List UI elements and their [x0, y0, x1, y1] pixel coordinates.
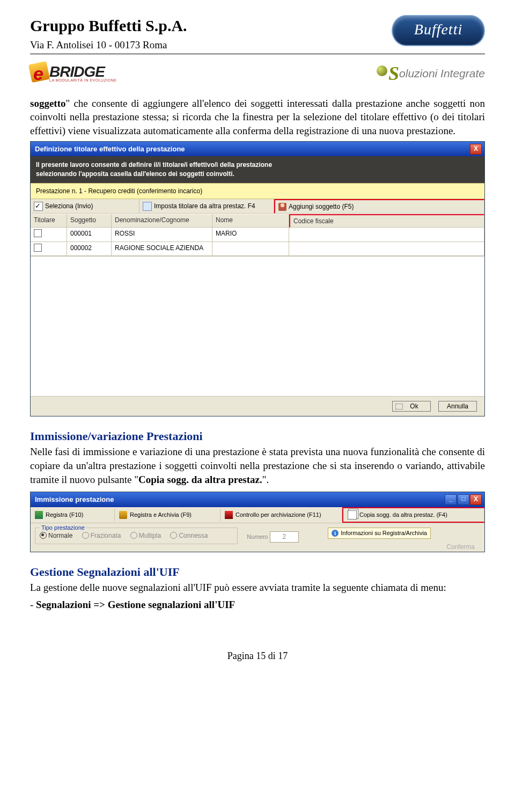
controllo-archiviazione-button[interactable]: Controllo per archiviazione (F11) — [220, 509, 342, 521]
table-row[interactable]: 000001 ROSSI MARIO — [31, 228, 484, 242]
window-titlebar: Immissione prestazione _ □ X — [31, 492, 484, 507]
copy-icon — [348, 510, 357, 520]
page-footer: Pagina 15 di 17 — [30, 649, 485, 662]
info-tooltip[interactable]: i Informazioni su Registra/Archivia — [328, 528, 431, 539]
logo-ebridge: e BRIDGE LA MODULARITÀ IN EVOLUZIONE — [30, 62, 127, 85]
page-header: Buffetti Gruppo Buffetti S.p.A. Via F. A… — [30, 15, 485, 55]
conferma-label: Conferma — [446, 543, 475, 551]
radio-normale[interactable]: Normale — [40, 531, 72, 540]
radio-multipla[interactable]: Multipla — [130, 531, 161, 540]
body-paragraph-3: La gestione delle nuove segnalazioni all… — [30, 581, 485, 595]
menu-path: - Segnalazioni => Gestione segnalazioni … — [30, 598, 485, 612]
radio-frazionata[interactable]: Frazionata — [82, 531, 121, 540]
section-heading-immissione: Immissione/variazione Prestazioni — [30, 428, 485, 444]
table-header: Titolare Soggetto Denominazione/Cognome … — [31, 214, 484, 228]
seleziona-button[interactable]: Seleziona (Invio) — [31, 199, 139, 214]
minimize-icon[interactable]: _ — [445, 494, 457, 505]
prestazione-banner: Prestazione n. 1 - Recupero crediti (con… — [31, 183, 484, 199]
info-icon: i — [332, 530, 339, 537]
window-immissione-prestazione: Immissione prestazione _ □ X Registra (F… — [30, 492, 485, 552]
dialog-toolbar: Seleziona (Invio) Imposta titolare da al… — [31, 199, 484, 214]
dialog-intro: Il presente lavoro consente di definire … — [31, 156, 484, 183]
checkbox[interactable] — [34, 229, 42, 237]
dialog-titolare-effettivo: Definizione titolare effettivo della pre… — [30, 141, 485, 416]
lock-icon — [119, 511, 127, 519]
body-paragraph-2: Nelle fasi di immissione e variazione di… — [30, 445, 485, 486]
numero-field: 2 — [270, 531, 299, 542]
save-icon — [35, 511, 43, 519]
close-icon[interactable]: X — [470, 144, 482, 155]
aggiungi-soggetto-button[interactable]: Aggiungi soggetto (F5) — [274, 199, 484, 214]
ok-button[interactable]: Ok — [392, 401, 431, 412]
close-icon[interactable]: X — [470, 494, 482, 505]
registra-archivia-button[interactable]: Registra e Archivia (F9) — [115, 509, 220, 521]
radio-connessa[interactable]: Connessa — [170, 531, 208, 540]
body-paragraph-1: soggetto" che consente di aggiungere all… — [30, 97, 485, 138]
logo-soluzioni-integrate: Soluzioni Integrate — [377, 61, 485, 87]
dialog-button-bar: Ok Annulla — [31, 396, 484, 416]
person-icon — [278, 203, 286, 211]
numero-label: Numero — [247, 533, 268, 540]
checkbox[interactable] — [34, 244, 42, 252]
table-empty-area — [31, 256, 484, 396]
logo-buffetti: Buffetti — [392, 15, 485, 46]
flag-icon — [225, 511, 233, 519]
window-toolbar: Registra (F10) Registra e Archivia (F9) … — [31, 507, 484, 523]
dialog-title: Definizione titolare effettivo della pre… — [35, 145, 185, 153]
window-title: Immissione prestazione — [35, 495, 114, 503]
table-row[interactable]: 000002 RAGIONE SOCIALE AZIENDA — [31, 242, 484, 256]
dialog-titlebar: Definizione titolare effettivo della pre… — [31, 142, 484, 157]
document-icon — [143, 202, 152, 211]
imposta-titolare-button[interactable]: Imposta titolare da altra prestaz. F4 — [139, 199, 274, 214]
maximize-icon[interactable]: □ — [458, 494, 469, 505]
tipo-prestazione-group: Tipo prestazione Normale Frazionata Mult… — [35, 528, 238, 544]
check-icon — [34, 202, 43, 211]
section-heading-uif: Gestione Segnalazioni all'UIF — [30, 564, 485, 580]
copia-soggetti-button[interactable]: Copia sogg. da altra prestaz. (F4) — [342, 507, 484, 523]
cancel-button[interactable]: Annulla — [438, 401, 477, 412]
logo-row: e BRIDGE LA MODULARITÀ IN EVOLUZIONE Sol… — [30, 61, 485, 87]
registra-button[interactable]: Registra (F10) — [31, 509, 115, 521]
